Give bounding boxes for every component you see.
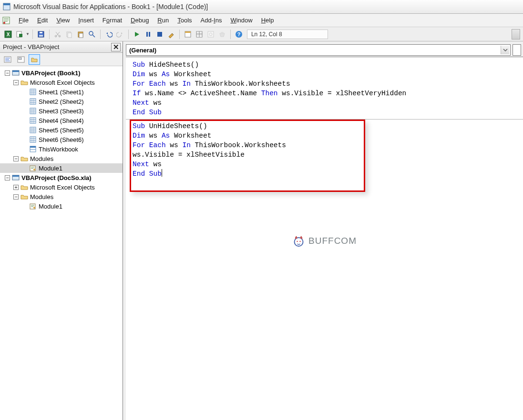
code-line[interactable]: Sub UnHideSheets() — [133, 121, 523, 131]
tree-toggle[interactable]: + — [13, 185, 19, 190]
svg-rect-1 — [3, 3, 10, 5]
insert-module-icon[interactable] — [14, 29, 25, 40]
menu-help[interactable]: Help — [257, 15, 278, 25]
tree-node-label: VBAProject (DocSo.xla) — [21, 174, 92, 181]
undo-icon[interactable] — [103, 29, 114, 40]
paste-icon[interactable] — [75, 29, 86, 40]
tree-node[interactable]: −Modules — [0, 192, 123, 201]
menu-view[interactable]: View — [52, 15, 74, 25]
tree-toggle[interactable]: − — [5, 70, 10, 76]
close-icon[interactable]: ✕ — [111, 43, 121, 51]
sheet-icon — [29, 136, 37, 143]
code-line[interactable]: Next ws — [133, 160, 523, 169]
svg-point-17 — [89, 31, 93, 35]
code-line[interactable]: Sub HideSheets() — [133, 60, 523, 70]
tree-node-label: Sheet4 (Sheet4) — [39, 117, 84, 124]
project-explorer-title: Project - VBAProject — [3, 43, 60, 50]
tree-node[interactable]: −VBAProject (Book1) — [0, 68, 123, 78]
svg-text:X: X — [7, 32, 10, 37]
tree-node-label: Microsoft Excel Objects — [30, 79, 95, 86]
tree-node[interactable]: Sheet5 (Sheet5) — [0, 125, 123, 135]
vba-app-icon — [3, 3, 10, 10]
save-icon[interactable] — [36, 29, 46, 40]
tree-node[interactable]: −VBAProject (DocSo.xla) — [0, 173, 123, 182]
tree-node[interactable]: Sheet6 (Sheet6) — [0, 135, 123, 144]
break-icon[interactable] — [143, 29, 154, 40]
redo-icon[interactable] — [115, 29, 125, 40]
svg-point-46 — [33, 207, 35, 209]
tree-node[interactable]: Sheet3 (Sheet3) — [0, 106, 123, 116]
menu-edit[interactable]: Edit — [33, 15, 52, 25]
code-line[interactable]: For Each ws In ThisWorbook.Worksheets — [133, 140, 523, 150]
svg-rect-36 — [30, 118, 36, 123]
tree-node[interactable]: Sheet1 (Sheet1) — [0, 87, 123, 97]
svg-rect-37 — [30, 127, 36, 133]
text-caret — [162, 169, 162, 177]
code-line[interactable]: End Sub — [133, 169, 523, 179]
help-icon[interactable]: ? — [234, 29, 244, 40]
properties-icon[interactable] — [194, 29, 205, 40]
svg-rect-44 — [12, 175, 19, 177]
menu-add-ins[interactable]: Add-Ins — [196, 15, 226, 25]
menu-format[interactable]: Format — [98, 15, 126, 25]
run-icon[interactable] — [132, 29, 142, 40]
procedure-combo-partial[interactable] — [513, 44, 521, 56]
menu-window[interactable]: Window — [226, 15, 256, 25]
code-editor[interactable]: BUFFCOM Sub HideSheets()Dim ws As Worksh… — [126, 57, 523, 420]
svg-rect-19 — [149, 32, 150, 37]
code-line[interactable]: End Sub — [133, 108, 523, 117]
code-line[interactable]: If ws.Name <> ActiveSheet.Name Then ws.V… — [133, 89, 523, 98]
tree-node[interactable]: Module1 — [0, 201, 123, 211]
toggle-folders-icon[interactable] — [29, 54, 40, 65]
svg-point-42 — [33, 169, 35, 170]
code-line[interactable]: ws.Visible = xlSheetVisible — [133, 150, 523, 160]
tree-node[interactable]: −Modules — [0, 154, 123, 163]
design-mode-icon[interactable] — [166, 29, 176, 40]
menu-tools[interactable]: Tools — [173, 15, 196, 25]
svg-rect-30 — [19, 58, 21, 60]
project-tree[interactable]: −VBAProject (Book1)−Microsoft Excel Obje… — [0, 66, 123, 420]
tree-node[interactable]: −Microsoft Excel Objects — [0, 78, 123, 87]
cursor-position: Ln 12, Col 8 — [247, 30, 328, 39]
tree-node[interactable]: ThisWorkbook — [0, 144, 123, 154]
chevron-down-icon[interactable] — [501, 46, 509, 54]
window-title: Microsoft Visual Basic for Applications … — [13, 3, 208, 10]
tree-toggle[interactable]: − — [13, 156, 19, 161]
tree-node-label: Module1 — [39, 165, 62, 172]
project-explorer-icon[interactable] — [183, 29, 193, 40]
svg-point-47 — [294, 238, 303, 246]
code-line[interactable]: For Each ws In ThisWorkbook.Worksheets — [133, 79, 523, 89]
menu-insert[interactable]: Insert — [74, 15, 98, 25]
copy-icon[interactable] — [64, 29, 74, 40]
svg-rect-7 — [19, 34, 22, 37]
view-excel-icon[interactable]: X — [3, 29, 13, 40]
toolbar-overflow[interactable] — [512, 29, 520, 40]
titlebar: Microsoft Visual Basic for Applications … — [0, 0, 523, 14]
cut-icon[interactable] — [52, 29, 63, 40]
find-icon[interactable] — [87, 29, 97, 40]
tree-node[interactable]: Sheet2 (Sheet2) — [0, 97, 123, 106]
object-combo[interactable]: (General) — [126, 44, 511, 56]
menu-run[interactable]: Run — [153, 15, 173, 25]
code-line[interactable]: Next ws — [133, 98, 523, 108]
tree-node[interactable]: Sheet4 (Sheet4) — [0, 116, 123, 125]
tree-node[interactable]: +Microsoft Excel Objects — [0, 182, 123, 192]
view-code-icon[interactable] — [2, 54, 13, 65]
standard-toolbar: X ▼ ? Ln 12, Col 8 — [0, 27, 523, 41]
tree-toggle[interactable]: − — [5, 175, 10, 180]
code-line[interactable]: Dim ws As Worksheet — [133, 70, 523, 79]
object-browser-icon[interactable] — [205, 29, 216, 40]
svg-point-49 — [299, 241, 301, 242]
toolbox-icon[interactable] — [217, 29, 227, 40]
tree-toggle[interactable]: − — [13, 194, 19, 200]
svg-rect-9 — [40, 32, 42, 33]
menu-file[interactable]: File — [14, 15, 33, 25]
svg-point-3 — [3, 21, 5, 23]
tree-node[interactable]: Module1 — [0, 163, 123, 173]
code-line[interactable]: Dim ws As Worksheet — [133, 131, 523, 140]
view-object-icon[interactable] — [15, 54, 27, 65]
project-icon — [12, 70, 20, 76]
reset-icon[interactable] — [154, 29, 165, 40]
menu-debug[interactable]: Debug — [126, 15, 153, 25]
tree-toggle[interactable]: − — [13, 80, 19, 85]
